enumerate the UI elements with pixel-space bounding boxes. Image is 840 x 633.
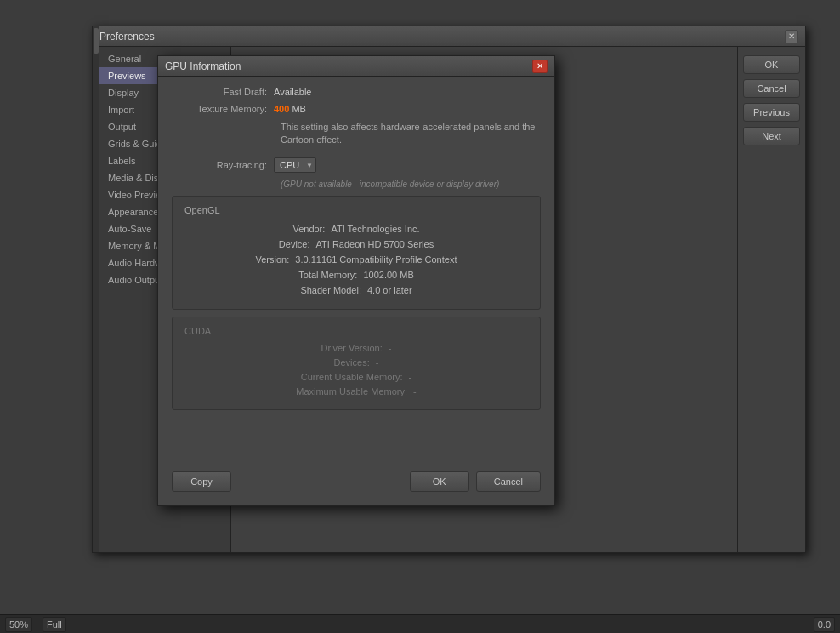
cancel-button[interactable]: Cancel <box>743 79 800 98</box>
opengl-shader-model-value: 4.0 or later <box>367 285 412 295</box>
fast-draft-row: Fast Draft: Available <box>172 87 541 97</box>
opengl-shader-model-row: Shader Model: 4.0 or later <box>184 285 528 295</box>
sidebar-scrollbar[interactable] <box>93 26 99 552</box>
gpu-dialog-title: GPU Information <box>165 60 241 72</box>
status-bar: 50% Full 0.0 <box>0 614 840 633</box>
gpu-close-button[interactable]: ✕ <box>532 60 548 73</box>
cuda-title: CUDA <box>184 326 528 336</box>
cuda-section: CUDA Driver Version: - Devices: - Curren… <box>172 316 541 410</box>
cuda-maximum-memory-label: Maximum Usable Memory: <box>296 386 407 396</box>
copy-button[interactable]: Copy <box>172 471 231 492</box>
cuda-maximum-memory-value: - <box>413 386 417 396</box>
next-button[interactable]: Next <box>743 127 800 145</box>
gpu-footer-right-buttons: OK Cancel <box>410 471 541 492</box>
cuda-current-memory-label: Current Usable Memory: <box>301 372 403 382</box>
cuda-devices-label: Devices: <box>334 357 370 368</box>
status-mode-value: Full <box>47 619 62 630</box>
gpu-footer: Copy OK Cancel <box>172 465 541 495</box>
opengl-vendor-label: Vendor: <box>292 224 325 234</box>
cuda-driver-version-label: Driver Version: <box>321 343 383 353</box>
ray-tracing-row: Ray-tracing: CPU GPU <box>172 157 541 173</box>
status-fps-value: 0.0 <box>818 619 831 630</box>
previous-button[interactable]: Previous <box>743 103 800 122</box>
ray-tracing-dropdown[interactable]: CPU GPU <box>274 157 316 173</box>
gpu-dialog: GPU Information ✕ Fast Draft: Available … <box>157 55 555 506</box>
opengl-device-label: Device: <box>279 239 310 249</box>
status-zoom[interactable]: 50% <box>5 617 32 632</box>
cuda-devices-value: - <box>376 357 379 368</box>
cuda-driver-version-value: - <box>389 343 392 353</box>
opengl-vendor-row: Vendor: ATI Technologies Inc. <box>184 224 528 234</box>
opengl-device-value: ATI Radeon HD 5700 Series <box>316 239 434 249</box>
preferences-titlebar: Preferences ✕ <box>93 26 805 47</box>
texture-memory-label: Texture Memory: <box>172 104 274 114</box>
cuda-maximum-memory-row: Maximum Usable Memory: - <box>184 386 528 396</box>
cuda-driver-version-row: Driver Version: - <box>184 343 528 353</box>
ok-button[interactable]: OK <box>743 55 800 74</box>
opengl-version-label: Version: <box>256 254 290 265</box>
texture-memory-number: 400 <box>274 104 289 114</box>
ray-tracing-label: Ray-tracing: <box>172 160 274 170</box>
status-mode: Full <box>43 617 66 632</box>
opengl-device-row: Device: ATI Radeon HD 5700 Series <box>184 239 528 249</box>
cuda-current-memory-value: - <box>409 372 412 382</box>
fast-draft-label: Fast Draft: <box>172 87 274 97</box>
gpu-titlebar: GPU Information ✕ <box>158 56 554 77</box>
cuda-devices-row: Devices: - <box>184 357 528 368</box>
fast-draft-value: Available <box>274 87 311 97</box>
cuda-current-memory-row: Current Usable Memory: - <box>184 372 528 382</box>
opengl-total-memory-row: Total Memory: 1002.00 MB <box>184 270 528 280</box>
opengl-total-memory-label: Total Memory: <box>298 270 357 280</box>
preferences-close-button[interactable]: ✕ <box>785 30 798 43</box>
opengl-version-row: Version: 3.0.11161 Compatibility Profile… <box>184 254 528 265</box>
gpu-warning: (GPU not available - incompatible device… <box>281 180 541 189</box>
preferences-title: Preferences <box>99 31 155 43</box>
opengl-section: OpenGL Vendor: ATI Technologies Inc. Dev… <box>172 196 541 310</box>
preferences-right-buttons: OK Cancel Previous Next <box>737 47 805 552</box>
texture-memory-unit: MB <box>289 104 306 114</box>
opengl-shader-model-label: Shader Model: <box>300 285 361 295</box>
gpu-dialog-body: Fast Draft: Available Texture Memory: 40… <box>158 77 554 505</box>
gpu-ok-button[interactable]: OK <box>410 471 469 492</box>
opengl-version-value: 3.0.11161 Compatibility Profile Context <box>295 254 457 265</box>
opengl-vendor-value: ATI Technologies Inc. <box>331 224 419 234</box>
texture-memory-note: This setting also affects hardware-accel… <box>281 121 541 147</box>
status-fps: 0.0 <box>814 617 835 632</box>
opengl-total-memory-value: 1002.00 MB <box>363 270 413 280</box>
texture-memory-row: Texture Memory: 400 MB <box>172 104 541 114</box>
texture-memory-value: 400 MB <box>274 104 306 114</box>
gpu-cancel-button[interactable]: Cancel <box>476 471 541 492</box>
scrollbar-thumb <box>94 28 99 54</box>
ray-tracing-dropdown-wrapper: CPU GPU <box>274 157 316 173</box>
opengl-title: OpenGL <box>184 205 528 215</box>
